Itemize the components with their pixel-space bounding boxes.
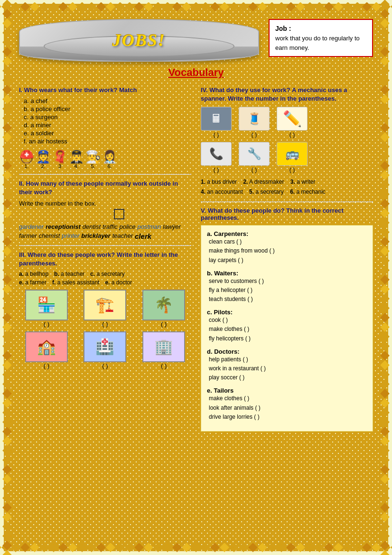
location-2: 🏗️ ( ) (78, 290, 133, 328)
tool-pencil: ✏️ ( ) (277, 107, 308, 138)
doctors-title: d. Doctors: (207, 348, 367, 355)
word-clerk: clerk (135, 232, 151, 240)
list-item: a. a chef (24, 97, 191, 104)
figure-5: 👨‍🍳 5. (85, 151, 101, 169)
person-bellhop: a. a bellhop (19, 271, 48, 277)
figure-1: ⛑️ 1. (19, 151, 34, 169)
job-numbers: 1. a bus driver 2. A dressmaker 3. a wri… (201, 177, 373, 197)
category-waiters: b. Waiters: serve to customers ( ) fly a… (207, 270, 367, 304)
section-1-content: a. a chef b. a police officer c. a surge… (24, 97, 191, 145)
jobs-title-text: JOBS! (112, 30, 166, 50)
figure-2: 👮 2. (36, 151, 51, 169)
location-4: 🏫 ( ) (19, 331, 74, 369)
item-hostess: an air hostess (29, 138, 67, 145)
job-1: 1. a bus driver 2. A dressmaker 3. a wri… (201, 179, 315, 185)
category-carpenters: a. Carpenters: clean cars ( ) make thing… (207, 230, 367, 265)
section-1-heading: I. Who wears what for their work? Match (19, 86, 191, 94)
doctor-task-1: help patients ( ) (209, 355, 367, 364)
category-pilots: c. Pilots: cook ( ) make clothes ( ) fly… (207, 309, 367, 343)
person-sales: f. a sales assistant (52, 279, 99, 286)
definition-title: Job : (275, 25, 291, 32)
word-traffic-police: traffic police (103, 223, 135, 230)
tailor-task-2: look after animals ( ) (209, 404, 367, 413)
word-bricklayer: bricklayer (81, 232, 110, 240)
item-chef: a chef (30, 97, 47, 104)
word-gardener: gardener (19, 223, 44, 230)
section-3-people-2: e. a farmer f. a sales assistant e. a do… (19, 279, 191, 286)
doctor-task-2: work in a restaurant ( ) (209, 364, 367, 373)
tailors-title: e. Tailors (207, 387, 367, 394)
definition-body: work that you do to regularly to earn mo… (275, 35, 360, 51)
vocabulary-title: Vocabulary (19, 66, 373, 79)
word-dentist: dentist (83, 223, 101, 230)
tool-bus: 🚌 ( ) (277, 142, 308, 173)
person-doctor: e. a doctor (105, 279, 132, 286)
job-2: 4. an accountant 5. a secretary 6. a mec… (201, 188, 326, 195)
section-5-heading: V. What do these people do? Think in the… (201, 207, 373, 221)
item-surgeon: a surgeon (30, 113, 58, 121)
person-farmer: e. a farmer (19, 279, 47, 286)
section-4: IV. What do they use for work? A mechani… (201, 86, 373, 197)
right-column: IV. What do they use for work? A mechani… (201, 86, 373, 432)
location-images: 🏪 ( ) 🏗️ ( ) 🌴 ( ) (19, 290, 191, 369)
tools-row-1: 🖩 ( ) 🧵 ( ) ✏️ ( ) (201, 107, 373, 138)
word-printer: printer (62, 232, 79, 240)
item-soldier: a soldier (30, 130, 54, 137)
section-5: V. What do these people do? Think in the… (201, 207, 373, 432)
list-item: c. a surgeon (24, 113, 191, 121)
tool-phone: 📞 ( ) (201, 142, 232, 173)
section-3-heading: III. Where do these people work? Write t… (19, 251, 191, 268)
figures-row: ⛑️ 1. 👮 2. 🧣 3 👨‍✈️ 4. (19, 151, 191, 169)
person-secretary: c. a secretary (90, 271, 125, 277)
tool-calculator: 🖩 ( ) (201, 107, 232, 138)
location-1: 🏪 ( ) (19, 290, 74, 328)
waiter-task-1: serve to customers ( ) (209, 277, 367, 286)
word-chemist: chemist (39, 232, 60, 240)
section-2: II. How many of these people normally wo… (19, 179, 191, 240)
pilot-task-2: make clothes ( ) (209, 325, 367, 334)
figure-4: 👨‍✈️ 4. (69, 151, 84, 169)
section-3-people: a. a bellhop b. a teacher c. a secretary (19, 271, 191, 277)
list-item: b. a police officer (24, 105, 191, 113)
section-2-subheading: Write the number in the box. (19, 200, 191, 207)
carpenter-task-1: clean cars ( ) (209, 237, 367, 246)
waiter-task-3: teach students ( ) (209, 295, 367, 304)
tool-wrench: 🔧 ( ) (239, 142, 270, 173)
person-teacher: b. a teacher (54, 271, 84, 277)
answer-box[interactable] (114, 209, 124, 219)
main-content: I. Who wears what for their work? Match … (19, 86, 373, 432)
tailor-task-3: drive large lorries ( ) (209, 413, 367, 422)
section-1: I. Who wears what for their work? Match … (19, 86, 191, 169)
list-item: d. a miner (24, 122, 191, 129)
section-4-heading: IV. What do they use for work? A mechani… (201, 86, 373, 103)
list-item: f. an air hostess (24, 138, 191, 145)
location-5: 🏥 ( ) (78, 331, 133, 369)
word-farmer: farmer (19, 232, 37, 240)
word-postman: postman (137, 223, 161, 230)
item-police: a police officer (30, 105, 70, 113)
jobs-banner: JOBS! (19, 19, 259, 62)
section-5-content: a. Carpenters: clean cars ( ) make thing… (201, 225, 373, 432)
pilot-task-3: fly helicopters ( ) (209, 334, 367, 343)
section-3: III. Where do these people work? Write t… (19, 251, 191, 369)
item-miner: a miner (30, 122, 51, 129)
carpenter-task-2: make things from wood ( ) (209, 246, 367, 255)
tailor-task-1: make clothes ( ) (209, 394, 367, 403)
category-tailors: e. Tailors make clothes ( ) look after a… (207, 387, 367, 422)
pilot-task-1: cook ( ) (209, 316, 367, 325)
location-6: 🏢 ( ) (136, 331, 191, 369)
waiters-title: b. Waiters: (207, 270, 367, 277)
category-doctors: d. Doctors: help patients ( ) work in a … (207, 348, 367, 383)
carpenter-task-3: lay carpets ( ) (209, 256, 367, 265)
pilots-title: c. Pilots: (207, 309, 367, 316)
section-2-heading: II. How many of these people normally wo… (19, 179, 191, 197)
answer-box-container (114, 209, 191, 219)
tools-row-2: 📞 ( ) 🔧 ( ) 🚌 ( ) (201, 142, 373, 173)
word-receptionist: receptionist (46, 223, 81, 230)
definition-box: Job : work that you do to regularly to e… (269, 19, 373, 57)
list-item: e. a soldier (24, 130, 191, 137)
doctor-task-3: play soccer ( ) (209, 373, 367, 382)
figure-6: 👩‍⚕️ 6. (102, 151, 117, 169)
header-row: JOBS! Job : work that you do to regularl… (19, 19, 373, 62)
carpenters-title: a. Carpenters: (207, 230, 367, 237)
